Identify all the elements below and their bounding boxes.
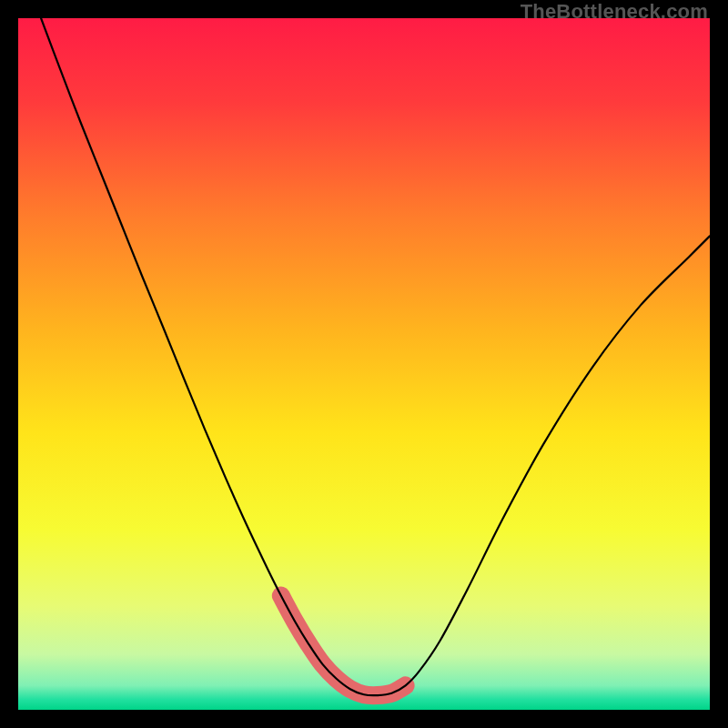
chart-svg (18, 18, 710, 710)
plot-frame (18, 18, 710, 710)
gradient-background (18, 18, 710, 710)
plot-area (18, 18, 710, 710)
watermark-text: TheBottleneck.com (521, 0, 708, 24)
